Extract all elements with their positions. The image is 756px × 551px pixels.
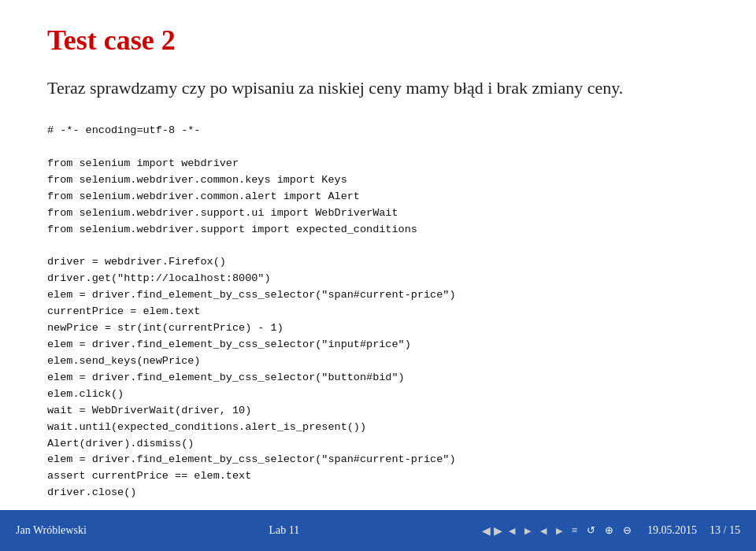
footer-page: 13 / 15 <box>710 524 740 537</box>
footer-author: Jan Wróblewski <box>16 524 87 537</box>
footer-lab: Lab 11 <box>269 524 299 537</box>
main-content: Test case 2 Teraz sprawdzamy czy po wpis… <box>0 0 756 504</box>
page-title: Test case 2 <box>47 24 709 57</box>
nav-first-icon[interactable]: ◀ <box>482 524 491 538</box>
footer-date: 19.05.2015 <box>647 524 697 537</box>
nav-icons: ◀ ▶ ◀ ▶ ◀ ▶ ≡ ↺ ⊕ ⊖ <box>482 524 635 538</box>
footer-bar: Jan Wróblewski Lab 11 ◀ ▶ ◀ ▶ ◀ ▶ ≡ ↺ ⊕ … <box>0 510 756 551</box>
footer-right-section: ◀ ▶ ◀ ▶ ◀ ▶ ≡ ↺ ⊕ ⊖ 19.05.2015 13 / 15 <box>482 524 740 538</box>
code-block: # -*- encoding=utf-8 -*- from selenium i… <box>47 123 709 501</box>
subtitle: Teraz sprawdzamy czy po wpisaniu za nisk… <box>47 76 709 101</box>
nav-prev-icon[interactable]: ▶ <box>494 524 502 538</box>
